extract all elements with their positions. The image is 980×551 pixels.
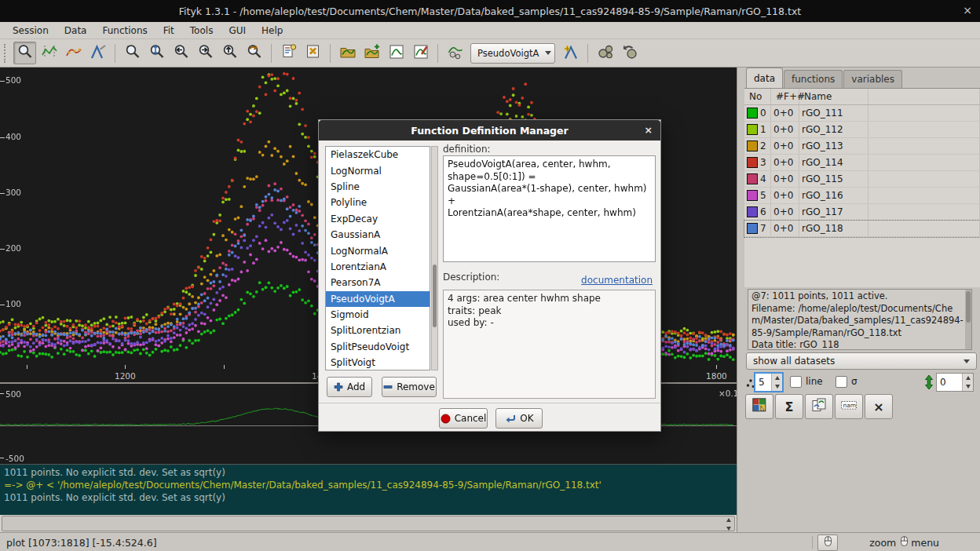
y-axis-tick-label: 400 [5, 132, 21, 141]
function-list-item-splitpseudovoigt[interactable]: SplitPseudoVoigt [326, 339, 430, 355]
table-row[interactable]: 10+0rGO_112 [744, 122, 980, 138]
baseline-mode-button[interactable] [62, 42, 85, 64]
command-history-spinner[interactable] [724, 516, 733, 532]
cancel-button[interactable]: Cancel [439, 408, 488, 429]
tab-variables[interactable]: variables [843, 70, 902, 88]
zoom-vertical-button[interactable] [145, 42, 168, 64]
table-row[interactable]: 20+0rGO_113 [744, 138, 980, 155]
menu-item-session[interactable]: Session [5, 24, 57, 38]
tab-functions[interactable]: functions [784, 70, 843, 88]
documentation-link[interactable]: documentation [581, 275, 653, 286]
append-data-button[interactable] [360, 42, 383, 64]
table-row[interactable]: 70+0rGO_118 [744, 221, 980, 237]
table-row[interactable]: 60+0rGO_117 [744, 204, 980, 221]
zoom-mode-icon [16, 43, 34, 63]
menu-item-gui[interactable]: GUI [221, 24, 254, 38]
table-row[interactable]: 50+0rGO_116 [744, 188, 980, 204]
y-axis-tick-label: 500 [5, 75, 21, 85]
auto-add-peak-button[interactable] [559, 42, 582, 64]
info-scrollbar[interactable] [965, 290, 971, 349]
remove-button[interactable]: Remove [382, 377, 437, 397]
fit-run-button[interactable] [594, 42, 616, 64]
dataset-name: rGO_117 [799, 204, 868, 220]
dataset-number: 1 [760, 124, 766, 135]
command-row [0, 515, 737, 532]
function-list-item-lognormala[interactable]: LogNormalA [326, 243, 430, 258]
zoom-next-button[interactable] [194, 42, 217, 64]
function-list-item-polyline[interactable]: Polyline [326, 195, 430, 210]
ok-button[interactable]: OK [495, 408, 543, 429]
function-list-item-splitvoigt[interactable]: SplitVoigt [326, 355, 430, 370]
function-list-item-lorentziana[interactable]: LorentzianA [326, 259, 430, 275]
shift-spinner[interactable]: 0 [936, 373, 974, 392]
menu-item-functions[interactable]: Functions [94, 24, 155, 38]
session-log-icon [305, 43, 322, 63]
dataset-color-swatch [747, 223, 758, 234]
menubar: SessionDataFunctionsFitToolsGUIHelp [0, 22, 980, 39]
add-button[interactable]: Add [327, 377, 372, 397]
data-editor-button[interactable] [409, 42, 432, 64]
run-script-button[interactable] [277, 42, 300, 64]
zoom-previous-button[interactable] [170, 42, 192, 64]
menu-item-tools[interactable]: Tools [182, 24, 221, 38]
toolbar-separator [437, 44, 438, 63]
command-input[interactable] [2, 516, 735, 531]
open-data-button[interactable] [336, 42, 359, 64]
export-data-button[interactable] [385, 42, 408, 64]
mouse-icon [899, 535, 909, 549]
zoom-all-button[interactable] [121, 42, 144, 64]
session-log-button[interactable] [302, 42, 324, 64]
sigma-checkbox[interactable]: σ [836, 376, 858, 388]
colors-button[interactable] [745, 394, 773, 419]
function-list-item-expdecay[interactable]: ExpDecay [326, 211, 430, 227]
dataset-number: 0 [760, 108, 766, 119]
table-row[interactable]: 40+0rGO_115 [744, 171, 980, 188]
y-axis-tick-label: 200 [5, 243, 21, 253]
function-list-item-gaussiana[interactable]: GaussianA [326, 227, 430, 243]
function-type-list[interactable]: PielaszekCubeLogNormalSplinePolylineExpD… [325, 146, 430, 370]
dataset-filter-dropdown[interactable]: show all datasets [746, 352, 977, 370]
table-row[interactable]: 00+0rGO_111 [744, 105, 980, 122]
function-list-item-sigmoid[interactable]: Sigmoid [326, 307, 430, 323]
left-button-hint: zoom [869, 537, 896, 549]
dataset-table[interactable]: No#F+#Name00+0rGO_11110+0rGO_11220+0rGO_… [744, 88, 980, 287]
rename-button[interactable]: nam [835, 394, 863, 419]
minus-icon [383, 382, 393, 392]
window-close-icon[interactable]: × [963, 4, 972, 16]
data-transform-button[interactable] [444, 42, 466, 64]
zoom-mode-button[interactable] [13, 42, 36, 64]
function-list-item-spline[interactable]: Spline [326, 179, 430, 195]
zoom-undo-button[interactable] [243, 42, 265, 64]
point-size-spinner[interactable]: 5 [755, 373, 783, 392]
dataset-actions: Σnam× [744, 394, 894, 419]
point-size-icon [746, 377, 755, 392]
add-peak-mode-icon [90, 43, 107, 63]
line-checkbox[interactable]: line [790, 376, 823, 388]
function-list-item-pearson7a[interactable]: Pearson7A [326, 275, 430, 290]
add-peak-mode-button[interactable] [86, 42, 109, 64]
sum-button[interactable]: Σ [775, 394, 803, 419]
function-type-dropdown[interactable]: PseudoVoigtA [470, 43, 555, 64]
dialog-close-icon[interactable]: × [645, 124, 653, 136]
data-range-mode-button[interactable] [38, 42, 60, 64]
menu-item-fit[interactable]: Fit [155, 24, 182, 38]
delete-button[interactable]: × [865, 394, 893, 419]
dataset-color-swatch [747, 108, 758, 119]
zoom-up-button[interactable] [218, 42, 241, 64]
fit-undo-button[interactable] [618, 42, 641, 64]
copy-data-button[interactable] [805, 394, 833, 419]
mouse-mode-button[interactable] [817, 535, 838, 551]
function-list-item-pielaszekcube[interactable]: PielaszekCube [326, 147, 430, 162]
function-list-scrollbar[interactable] [431, 146, 438, 370]
dialog-titlebar[interactable]: Function Definition Manager × [319, 120, 660, 140]
menu-item-data[interactable]: Data [57, 24, 95, 38]
panel-splitter[interactable] [737, 68, 744, 532]
definition-textarea[interactable]: PseudoVoigtA(area, center, hwhm, shape=0… [443, 155, 656, 262]
tab-data[interactable]: data [746, 68, 783, 88]
menu-item-help[interactable]: Help [254, 24, 291, 38]
function-list-item-splitlorentzian[interactable]: SplitLorentzian [326, 323, 430, 338]
table-row[interactable]: 30+0rGO_114 [744, 155, 980, 171]
function-list-item-pseudovoigta[interactable]: PseudoVoigtA [326, 291, 430, 307]
function-list-item-lognormal[interactable]: LogNormal [326, 162, 430, 178]
window-titlebar: Fityk 1.3.1 - /home/aleplo/test/Document… [0, 0, 980, 22]
